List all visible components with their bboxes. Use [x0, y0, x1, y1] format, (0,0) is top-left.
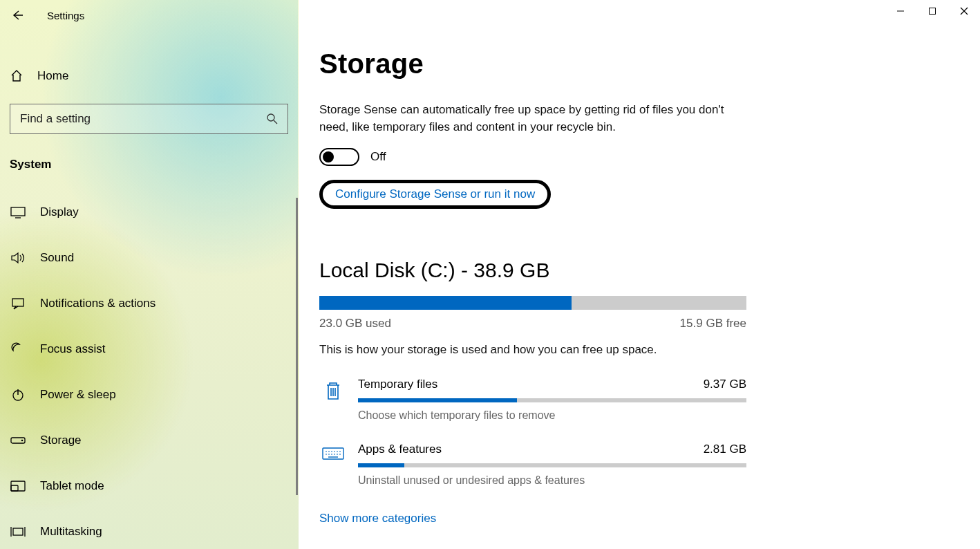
sidebar-item-focus-assist[interactable]: Focus assist: [0, 326, 298, 372]
configure-storage-sense-link[interactable]: Configure Storage Sense or run it now: [335, 187, 535, 201]
search-input[interactable]: [10, 104, 288, 134]
home-icon: [10, 69, 25, 83]
back-button[interactable]: [7, 5, 28, 26]
category-size: 9.37 GB: [704, 378, 746, 391]
power-icon: [10, 388, 26, 402]
sidebar: Settings Home System Display Sound: [0, 0, 299, 549]
sidebar-item-label: Multitasking: [40, 525, 102, 539]
svg-rect-6: [11, 207, 25, 216]
category-body: Temporary files 9.37 GB Choose which tem…: [358, 378, 746, 422]
display-icon: [10, 206, 26, 218]
maximize-button[interactable]: [916, 0, 948, 22]
sidebar-item-label: Display: [40, 205, 79, 219]
configure-link-highlight: Configure Storage Sense or run it now: [319, 180, 551, 209]
show-more-categories-link[interactable]: Show more categories: [319, 512, 436, 525]
category-body: Apps & features 2.81 GB Uninstall unused…: [358, 443, 746, 487]
disk-usage-fill: [319, 296, 572, 310]
multitasking-icon: [10, 525, 26, 538]
toggle-state-label: Off: [370, 150, 386, 164]
sidebar-item-multitasking[interactable]: Multitasking: [0, 509, 298, 549]
svg-point-12: [21, 440, 23, 442]
search-container: [10, 104, 288, 134]
sidebar-item-display[interactable]: Display: [0, 189, 298, 235]
svg-point-4: [267, 114, 274, 121]
category-name: Apps & features: [358, 443, 442, 456]
disk-used-label: 23.0 GB used: [319, 317, 391, 331]
sidebar-item-label: Notifications & actions: [40, 297, 156, 310]
sound-icon: [10, 252, 26, 264]
sidebar-item-label: Focus assist: [40, 342, 105, 356]
notifications-icon: [10, 297, 26, 310]
sidebar-item-power-sleep[interactable]: Power & sleep: [0, 372, 298, 418]
toggle-knob: [323, 151, 334, 162]
sidebar-item-label: Tablet mode: [40, 479, 104, 493]
category-subtext: Choose which temporary files to remove: [358, 409, 746, 422]
sidebar-item-home[interactable]: Home: [0, 59, 298, 93]
category-bar-fill: [358, 398, 517, 402]
svg-rect-14: [11, 485, 18, 491]
category-bar: [358, 398, 746, 402]
disk-usage-bar: [319, 296, 746, 310]
sidebar-item-label: Power & sleep: [40, 388, 116, 402]
svg-line-5: [274, 120, 277, 124]
svg-rect-8: [12, 299, 23, 306]
keyboard-icon: [319, 443, 347, 487]
tablet-icon: [10, 480, 26, 492]
category-name: Temporary files: [358, 378, 437, 391]
sidebar-item-label: Home: [37, 69, 68, 83]
sidebar-item-notifications[interactable]: Notifications & actions: [0, 281, 298, 326]
storage-sense-toggle[interactable]: [319, 148, 359, 166]
titlebar: Settings: [0, 0, 298, 30]
disk-free-label: 15.9 GB free: [680, 317, 746, 331]
close-button[interactable]: [948, 0, 980, 22]
category-temporary-files[interactable]: Temporary files 9.37 GB Choose which tem…: [319, 378, 746, 422]
sidebar-item-sound[interactable]: Sound: [0, 235, 298, 281]
sidebar-item-storage[interactable]: Storage: [0, 418, 298, 463]
category-size: 2.81 GB: [704, 443, 746, 456]
storage-icon: [10, 436, 26, 445]
window-controls: [885, 0, 980, 22]
disk-usage-meta: 23.0 GB used 15.9 GB free: [319, 317, 746, 331]
category-subtext: Uninstall unused or undesired apps & fea…: [358, 474, 746, 487]
category-apps-features[interactable]: Apps & features 2.81 GB Uninstall unused…: [319, 443, 746, 487]
sidebar-item-tablet-mode[interactable]: Tablet mode: [0, 463, 298, 509]
storage-sense-toggle-row: Off: [319, 148, 939, 166]
focus-assist-icon: [10, 342, 26, 356]
disk-title: Local Disk (C:) - 38.9 GB: [319, 259, 939, 282]
trash-icon: [319, 378, 347, 422]
sidebar-section-title: System: [10, 158, 298, 171]
category-bar-fill: [358, 463, 404, 467]
sidebar-item-label: Sound: [40, 251, 74, 265]
svg-rect-15: [13, 528, 23, 535]
svg-rect-1: [930, 8, 936, 15]
sidebar-nav: Display Sound Notifications & actions Fo…: [0, 189, 298, 549]
minimize-button[interactable]: [885, 0, 916, 22]
app-title: Settings: [47, 10, 84, 21]
storage-sense-description: Storage Sense can automatically free up …: [319, 102, 734, 136]
main-content: Storage Storage Sense can automatically …: [299, 0, 980, 549]
usage-description: This is how your storage is used and how…: [319, 343, 939, 357]
sidebar-scrollbar[interactable]: [296, 198, 298, 495]
page-title: Storage: [319, 48, 939, 80]
category-bar: [358, 463, 746, 467]
sidebar-item-label: Storage: [40, 434, 82, 447]
